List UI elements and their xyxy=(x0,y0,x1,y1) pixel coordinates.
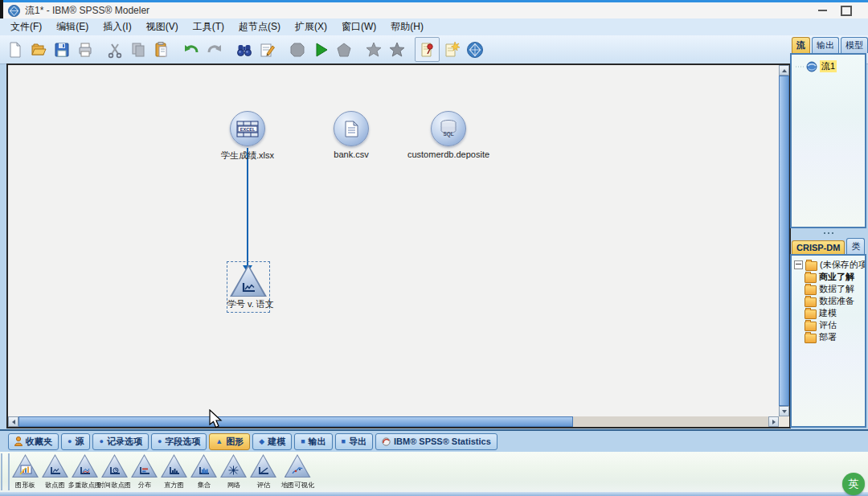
palette-node-multiplot[interactable]: 多重散点图 xyxy=(70,454,100,490)
search-button[interactable] xyxy=(232,38,256,61)
menu-help[interactable]: 帮助(H) xyxy=(383,18,431,35)
palette-grip[interactable] xyxy=(1,453,10,490)
scroll-up-button[interactable] xyxy=(779,65,789,76)
palette-tab-label: IBM® SPSS® Statistics xyxy=(394,437,491,446)
database-node-circle[interactable]: SQL xyxy=(431,111,466,146)
stream-item[interactable]: 流1 xyxy=(796,60,865,72)
node-database-source[interactable]: SQL customerdb.deposite xyxy=(404,111,493,159)
file-icon xyxy=(345,121,358,137)
show-comments-button[interactable] xyxy=(415,37,440,62)
save-stream-button[interactable] xyxy=(50,38,73,61)
undo-button[interactable] xyxy=(179,38,203,61)
scroll-right-button[interactable] xyxy=(768,416,779,427)
menu-file[interactable]: 文件(F) xyxy=(3,18,49,35)
menu-extensions[interactable]: 扩展(X) xyxy=(288,18,334,35)
tab-streams[interactable]: 流 xyxy=(792,37,810,53)
stream-canvas[interactable]: EXCEL 学生成绩.xlsx bank.csv xyxy=(8,65,779,416)
menu-tools[interactable]: 工具(T) xyxy=(186,18,231,35)
run-selection-button[interactable] xyxy=(332,38,355,61)
scroll-down-button[interactable] xyxy=(779,406,789,416)
menu-edit[interactable]: 编辑(E) xyxy=(49,18,96,35)
palette-node-plot[interactable]: 散点图 xyxy=(40,454,70,490)
menu-window[interactable]: 窗口(W) xyxy=(334,18,383,35)
print-button[interactable] xyxy=(73,38,96,61)
stream-markup-button[interactable] xyxy=(463,38,486,61)
palette-tab-record-ops[interactable]: ● 记录选项 xyxy=(92,433,148,450)
phase-label[interactable]: 评估 xyxy=(819,319,837,331)
palette-tab-spss-statistics[interactable]: IBM® SPSS® Statistics xyxy=(375,433,497,450)
tab-classes[interactable]: 类 xyxy=(846,238,865,254)
phase-row-deployment[interactable]: 部署 xyxy=(805,331,865,343)
excel-node-circle[interactable]: EXCEL xyxy=(230,111,265,146)
node-plot-graph-selected[interactable]: 学号 v. 语文 xyxy=(227,261,270,313)
tab-outputs[interactable]: 输出 xyxy=(812,37,839,53)
search-binoculars-icon xyxy=(235,41,253,59)
palette-node-evaluation[interactable]: 评估 xyxy=(248,454,278,490)
phase-row-data-understanding[interactable]: 数据了解 xyxy=(805,283,865,295)
run-stream-button[interactable] xyxy=(309,38,332,61)
vertical-scroll-thumb[interactable] xyxy=(779,76,789,406)
connection-line[interactable] xyxy=(247,148,248,265)
new-comment-button[interactable] xyxy=(440,38,463,61)
canvas-vertical-scrollbar[interactable] xyxy=(779,65,789,416)
managers-tree[interactable]: 流1 xyxy=(790,53,866,228)
phase-label[interactable]: 数据了解 xyxy=(819,283,854,295)
cut-button[interactable] xyxy=(103,38,126,61)
edit-stream-properties-button[interactable] xyxy=(256,38,279,61)
palette-node-web[interactable]: 网络 xyxy=(219,454,248,490)
maximize-button[interactable] xyxy=(834,3,858,18)
phase-label[interactable]: 数据准备 xyxy=(819,295,854,307)
copy-button[interactable] xyxy=(126,38,149,61)
palette-tab-sources[interactable]: ● 源 xyxy=(61,433,90,450)
scroll-left-button[interactable] xyxy=(8,416,18,427)
ime-language-badge[interactable]: 英 xyxy=(842,473,865,495)
new-stream-button[interactable] xyxy=(3,38,27,61)
titlebar[interactable]: 流1* - IBM® SPSS® Modeler xyxy=(3,2,868,18)
canvas-horizontal-scrollbar[interactable] xyxy=(8,416,779,427)
palette-tab-favorites[interactable]: 收藏夹 xyxy=(8,433,59,450)
palette-node-histogram[interactable]: 直方图 xyxy=(159,454,189,490)
supernode-button[interactable] xyxy=(362,38,385,61)
stop-stream-button[interactable] xyxy=(285,38,309,61)
open-stream-button[interactable] xyxy=(27,38,50,61)
plot-node-triangle[interactable] xyxy=(230,264,267,297)
node-varfile-source[interactable]: bank.csv xyxy=(315,111,387,159)
palette-node-map-visualization[interactable]: 地图可视化 xyxy=(278,454,317,490)
stream-item-label[interactable]: 流1 xyxy=(820,60,837,72)
redo-button[interactable] xyxy=(203,38,226,61)
project-root-row[interactable]: (未保存的项目) xyxy=(794,259,865,271)
palette-node-collection[interactable]: 集合 xyxy=(189,454,219,490)
paste-button[interactable] xyxy=(149,38,173,61)
palette-node-label: 评估 xyxy=(256,481,270,490)
supernode-zoom-button[interactable] xyxy=(385,38,408,61)
tab-crisp-dm[interactable]: CRISP-DM xyxy=(792,240,845,254)
palette-tab-export[interactable]: ■ 导出 xyxy=(335,433,373,450)
phase-row-business-understanding[interactable]: 商业了解 xyxy=(805,271,865,283)
phase-label[interactable]: 部署 xyxy=(819,331,837,343)
node-excel-source[interactable]: EXCEL 学生成绩.xlsx xyxy=(211,111,284,162)
file-node-circle[interactable] xyxy=(334,111,369,146)
palette-node-graphboard[interactable]: 图形板 xyxy=(10,454,40,490)
phase-row-modeling[interactable]: 建模 xyxy=(805,307,865,319)
project-root-label[interactable]: (未保存的项目) xyxy=(820,259,866,271)
menu-insert[interactable]: 插入(I) xyxy=(96,18,138,35)
minimize-button[interactable] xyxy=(810,3,834,18)
palette-tab-modeling[interactable]: ◆ 建模 xyxy=(252,433,292,450)
palette-node-timeplot[interactable]: 时间散点图 xyxy=(100,454,129,490)
palette-node-distribution[interactable]: 分布 xyxy=(129,454,159,490)
palette-tab-outputs[interactable]: ■ 输出 xyxy=(294,433,332,450)
collapse-expander-icon[interactable] xyxy=(794,260,803,269)
tab-models[interactable]: 模型 xyxy=(841,37,868,53)
circle-marker-icon: ● xyxy=(68,438,72,445)
panel-splitter[interactable] xyxy=(790,228,866,238)
phase-row-data-preparation[interactable]: 数据准备 xyxy=(805,295,865,307)
palette-tab-field-ops[interactable]: ● 字段选项 xyxy=(151,433,207,450)
phase-label[interactable]: 建模 xyxy=(819,307,837,319)
phase-row-evaluation[interactable]: 评估 xyxy=(805,319,865,331)
menu-view[interactable]: 视图(V) xyxy=(139,18,186,35)
phase-label[interactable]: 商业了解 xyxy=(819,271,854,283)
palette-tab-graphs[interactable]: ▲ 图形 xyxy=(209,433,250,450)
menu-supernode[interactable]: 超节点(S) xyxy=(231,18,288,35)
project-tree[interactable]: (未保存的项目) 商业了解 数据了解 数据准备 建模 评估 xyxy=(790,254,866,428)
horizontal-scroll-thumb[interactable] xyxy=(18,416,573,427)
